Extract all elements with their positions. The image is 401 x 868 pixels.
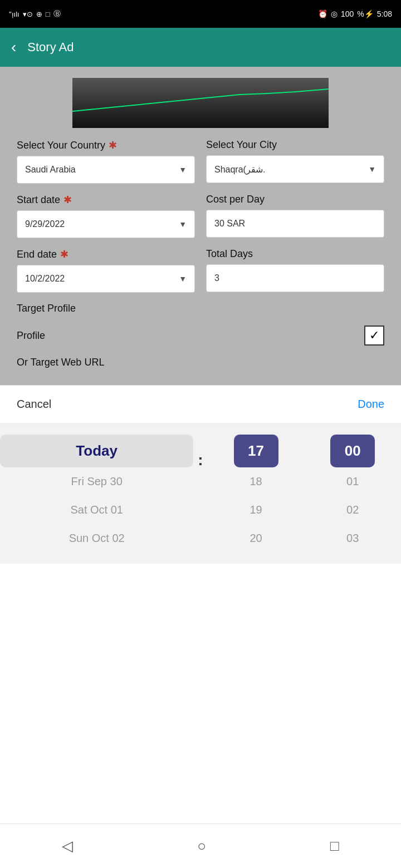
minute-picker-item[interactable]: 00 — [330, 435, 375, 467]
enddate-value: 10/2/2022 — [25, 274, 65, 284]
date-picker-item[interactable]: Sun Oct 02 — [0, 524, 193, 553]
enddate-col: End date ✱ 10/2/2022 ▼ — [17, 248, 195, 293]
back-button[interactable]: ‹ — [11, 38, 16, 56]
country-chevron-icon: ▼ — [179, 165, 187, 174]
status-right-icons: ⏰ ◎ 100%⚡ 5:08 — [318, 9, 392, 18]
time-display: 5:08 — [377, 9, 392, 18]
signal-icon: "ı̣ılı — [9, 10, 19, 18]
totaldays-value: 3 — [206, 264, 384, 292]
startdate-col: Start date ✱ 9/29/2022 ▼ — [17, 194, 195, 238]
done-button[interactable]: Done — [358, 398, 384, 411]
back-nav-icon[interactable]: ◁ — [62, 837, 73, 855]
hour-picker-item[interactable]: 20 — [234, 524, 278, 553]
country-dropdown[interactable]: Saudi Arabia ▼ — [17, 156, 195, 184]
startdate-cost-row: Start date ✱ 9/29/2022 ▼ Cost per Day 30… — [17, 194, 384, 238]
costperday-col: Cost per Day 30 SAR — [206, 194, 384, 238]
country-value: Saudi Arabia — [25, 165, 76, 175]
location-icon: ◎ — [331, 9, 338, 18]
status-left-icons: "ı̣ılı ▾⊙ ⊕ □ Ⓑ — [9, 9, 61, 19]
or-target-url-label: Or Target Web URL — [17, 357, 384, 368]
ad-preview-image — [72, 78, 329, 128]
battery-text: 100 — [341, 9, 354, 18]
startdate-chevron-icon: ▼ — [179, 220, 187, 229]
status-bar: "ı̣ılı ▾⊙ ⊕ □ Ⓑ ⏰ ◎ 100%⚡ 5:08 — [0, 0, 401, 28]
profile-label: Profile — [17, 330, 45, 342]
country-label: Select Your Country ✱ — [17, 139, 195, 151]
city-value: Shaqra(شقر. — [214, 164, 265, 175]
date-picker-sheet: Cancel Done TodayFri Sep 30Sat Oct 01Sun… — [0, 385, 401, 564]
usb-icon: ⊕ — [36, 10, 42, 18]
hours-column: 17181920 — [208, 435, 305, 553]
startdate-dropdown[interactable]: 9/29/2022 ▼ — [17, 210, 195, 238]
time-separator: : — [193, 451, 207, 469]
recent-nav-icon[interactable]: □ — [330, 837, 339, 855]
city-label: Select Your City — [206, 139, 384, 151]
costperday-value: 30 SAR — [206, 210, 384, 238]
b-icon: Ⓑ — [53, 9, 61, 19]
cancel-button[interactable]: Cancel — [17, 398, 51, 411]
app-bar: ‹ Story Ad — [0, 28, 401, 67]
costperday-label: Cost per Day — [206, 194, 384, 205]
date-picker-item[interactable]: Today — [0, 435, 193, 467]
enddate-dropdown[interactable]: 10/2/2022 ▼ — [17, 265, 195, 293]
minute-picker-item[interactable]: 03 — [330, 524, 375, 553]
picker-header: Cancel Done — [0, 386, 401, 423]
preview-curve — [72, 83, 329, 117]
minutes-column: 00010203 — [304, 435, 401, 553]
country-city-row: Select Your Country ✱ Saudi Arabia ▼ Sel… — [17, 139, 384, 184]
city-chevron-icon: ▼ — [368, 165, 376, 174]
target-profile-title: Target Profile — [17, 303, 384, 314]
profile-checkbox[interactable]: ✓ — [364, 326, 384, 346]
country-required: ✱ — [109, 139, 117, 151]
totaldays-label: Total Days — [206, 248, 384, 260]
alarm-icon: ⏰ — [318, 9, 327, 18]
startdate-required: ✱ — [63, 194, 72, 206]
hour-picker-item[interactable]: 17 — [234, 435, 278, 467]
enddate-required: ✱ — [60, 248, 69, 260]
minute-picker-item[interactable]: 02 — [330, 496, 375, 524]
city-dropdown[interactable]: Shaqra(شقر. ▼ — [206, 155, 384, 183]
hour-picker-item[interactable]: 19 — [234, 496, 278, 524]
nav-bar: ◁ ○ □ — [0, 823, 401, 868]
date-picker-item[interactable]: Sat Oct 01 — [0, 496, 193, 524]
page-title: Story Ad — [27, 40, 74, 55]
enddate-chevron-icon: ▼ — [179, 274, 187, 283]
startdate-label: Start date ✱ — [17, 194, 195, 206]
minute-picker-item[interactable]: 01 — [330, 467, 375, 496]
wifi-icon: ▾⊙ — [23, 10, 33, 18]
picker-area: TodayFri Sep 30Sat Oct 01Sun Oct 02 : 17… — [0, 423, 401, 564]
main-content: Select Your Country ✱ Saudi Arabia ▼ Sel… — [0, 67, 401, 385]
date-picker-column: TodayFri Sep 30Sat Oct 01Sun Oct 02 — [0, 435, 193, 553]
totaldays-col: Total Days 3 — [206, 248, 384, 293]
date-picker-item[interactable]: Fri Sep 30 — [0, 467, 193, 496]
home-nav-icon[interactable]: ○ — [197, 837, 206, 855]
country-col: Select Your Country ✱ Saudi Arabia ▼ — [17, 139, 195, 184]
enddate-totaldays-row: End date ✱ 10/2/2022 ▼ Total Days 3 — [17, 248, 384, 293]
messenger-icon: □ — [46, 10, 50, 18]
profile-row: Profile ✓ — [17, 320, 384, 351]
city-col: Select Your City Shaqra(شقر. ▼ — [206, 139, 384, 184]
startdate-value: 9/29/2022 — [25, 219, 65, 229]
hour-picker-item[interactable]: 18 — [234, 467, 278, 496]
enddate-label: End date ✱ — [17, 248, 195, 260]
target-profile-section: Target Profile Profile ✓ — [17, 303, 384, 351]
